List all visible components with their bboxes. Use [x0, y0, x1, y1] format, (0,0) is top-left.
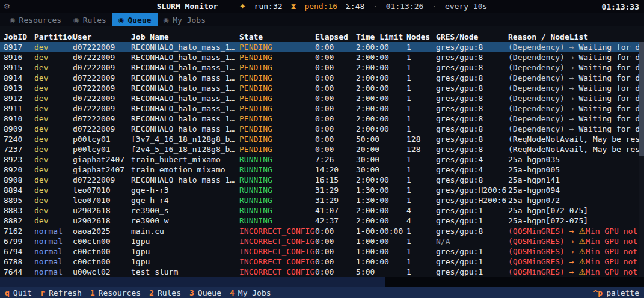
footer-key-resources[interactable]: 1 Resources: [90, 288, 141, 297]
header-reason[interactable]: Reason / NodeList: [508, 32, 639, 42]
table-row[interactable]: 8912devd07222009RECONHALO_halo_mass_1…PE…: [0, 93, 639, 103]
table-row[interactable]: 8917devd07222009RECONHALO_halo_mass_1…PE…: [0, 42, 639, 52]
table-row[interactable]: 7162normaloaoa2025main.cuINCORRECT_CONFI…: [0, 226, 639, 236]
cell-user: leo07010: [73, 185, 131, 195]
cell-jobid: 8913: [4, 83, 34, 93]
table-row[interactable]: 8910devd07222009RECONHALO_halo_mass_1…PE…: [0, 114, 639, 124]
header-elapsed[interactable]: Elapsed: [315, 32, 356, 42]
cell-elapsed: 0:00: [315, 144, 356, 154]
table-row[interactable]: 8911devd07222009RECONHALO_halo_mass_1…PE…: [0, 103, 639, 114]
cell-nodes: 1: [406, 73, 436, 83]
cell-gres: gres/gpu:8: [436, 103, 508, 114]
pending-count: pend:16: [304, 2, 337, 11]
cell-jobid: 8912: [4, 93, 34, 103]
header-partition[interactable]: Partition: [34, 32, 73, 42]
footer-key-rules[interactable]: 2 Rules: [149, 288, 181, 297]
warning-icon: ⚠: [578, 247, 586, 256]
table-row[interactable]: 7644normalu00wcl02test_slurmINCORRECT_CO…: [0, 267, 639, 277]
header-nodes[interactable]: Nodes: [406, 32, 436, 42]
tab-rules[interactable]: ◉ Rules: [67, 13, 112, 26]
reason-text: →: [565, 104, 578, 113]
header-user[interactable]: User: [73, 32, 131, 42]
cell-jobid: 6794: [4, 246, 34, 257]
tab-resources[interactable]: ◉ Resources: [4, 13, 67, 26]
table-row[interactable]: 8913devd07222009RECONHALO_halo_mass_1…PE…: [0, 83, 639, 93]
cell-nodes: 1: [406, 124, 436, 134]
reason-text: (Dependency): [508, 53, 565, 62]
cell-time-limit: 2:00:00: [356, 124, 406, 134]
cell-job-name: RECONHALO_halo_mass_1…: [131, 73, 239, 83]
footer-key-queue-key: 3: [189, 288, 194, 297]
cell-time-limit: 30:00: [356, 165, 406, 175]
tab-queue[interactable]: ◉ Queue: [112, 13, 158, 26]
cell-time-limit: 20:00: [356, 144, 406, 154]
table-row[interactable]: 6788normalc00ctn001gpuINCORRECT_CONFIG0:…: [0, 257, 639, 267]
cell-gres: gres/gpu:8: [436, 114, 508, 124]
vertical-scrollbar[interactable]: [639, 42, 644, 277]
table-row[interactable]: 6799normalc00ctn001gpuINCORRECT_CONFIG0:…: [0, 236, 639, 246]
header-gres[interactable]: GRES/Node: [436, 32, 508, 42]
reason-text: 25a-hgpn[072-075]: [508, 216, 588, 225]
pending-icon: ⧗: [290, 2, 296, 11]
cell-elapsed: 16:15: [315, 175, 356, 185]
cell-reason: (ReqNodeNotAvail, May be reser: [508, 134, 639, 144]
cell-job-name: gqe-h-r4: [131, 195, 239, 205]
header-job-name[interactable]: Job Name: [131, 32, 239, 42]
header-state[interactable]: State: [239, 32, 315, 42]
cell-gres: N/A: [436, 236, 508, 246]
table-row[interactable]: 8914devd07222009RECONHALO_halo_mass_1…PE…: [0, 73, 639, 83]
cell-user: d07222009: [73, 103, 131, 114]
tab-resources-icon: ◉: [10, 16, 16, 24]
footer-key-refresh[interactable]: r Refresh: [40, 288, 82, 297]
table-row[interactable]: 6794normalc00ctn001gpuINCORRECT_CONFIG0:…: [0, 246, 639, 257]
cell-elapsed: 0:00: [315, 42, 356, 52]
cell-time-limit: 2:00:00: [356, 114, 406, 124]
scrollbar-thumb[interactable]: [639, 42, 644, 156]
table-row[interactable]: 8915devd07222009RECONHALO_halo_mass_1…PE…: [0, 62, 639, 73]
app-title: SLURM Monitor: [157, 2, 218, 11]
table-row[interactable]: 8882devu2902618re3900_wRUNNING42:372:00:…: [0, 216, 639, 226]
cell-job-name: 1gpu: [131, 257, 239, 267]
cell-state: RUNNING: [239, 185, 315, 195]
table-row[interactable]: 8923devgiaphat2407train_hubert_mixamoRUN…: [0, 154, 639, 165]
cell-elapsed: 0:00: [315, 114, 356, 124]
cell-nodes: 1: [406, 103, 436, 114]
header-jobid[interactable]: JobID: [4, 32, 34, 42]
footer-command-palette[interactable]: ^p palette: [593, 288, 639, 297]
cell-elapsed: 0:00: [315, 73, 356, 83]
reason-text: 25a-hgpn094: [508, 186, 560, 195]
table-row[interactable]: 8883devu2902618re3900_sRUNNING41:072:00:…: [0, 205, 639, 216]
cell-elapsed: 0:00: [315, 52, 356, 62]
table-row[interactable]: 8916devd07222009RECONHALO_halo_mass_1…PE…: [0, 52, 639, 62]
table-row[interactable]: 8895devleo07010gqe-h-r4RUNNING31:291:30:…: [0, 195, 639, 205]
cell-partition: dev: [34, 205, 73, 216]
footer-key-quit[interactable]: q Quit: [5, 288, 32, 297]
cell-gres: gres/gpu:1: [436, 246, 508, 257]
footer-key-my-jobs[interactable]: 4 My Jobs: [230, 288, 271, 297]
cell-state: RUNNING: [239, 195, 315, 205]
cell-state: PENDING: [239, 103, 315, 114]
cell-partition: dev: [34, 216, 73, 226]
tab-queue-label: Queue: [127, 16, 151, 25]
table-row[interactable]: 8908devd07222009RECONHALO_halo_mass_1…RU…: [0, 175, 639, 185]
tab-my-jobs[interactable]: ◉ My Jobs: [158, 13, 212, 26]
cell-elapsed: 31:29: [315, 195, 356, 205]
cell-nodes: 1: [406, 185, 436, 195]
cell-elapsed: 42:37: [315, 216, 356, 226]
table-row[interactable]: 8920devgiaphat2407train_emotion_mixamoRU…: [0, 165, 639, 175]
footer-key-queue[interactable]: 3 Queue: [189, 288, 221, 297]
cell-gres: gres/gpu:8: [436, 73, 508, 83]
reason-text: Waiting for d: [578, 43, 639, 52]
header-time-limit[interactable]: Time Limit: [356, 32, 406, 42]
cell-jobid: 7240: [4, 134, 34, 144]
table-row[interactable]: 7237devp00lcy01f2v4_5_16_18_n128g8_b…PEN…: [0, 144, 639, 154]
cell-job-name: RECONHALO_halo_mass_1…: [131, 114, 239, 124]
cell-partition: dev: [34, 195, 73, 205]
pre-footer-strip-right: [385, 277, 644, 287]
cell-time-limit: 1:30:00: [356, 185, 406, 195]
table-row[interactable]: 7240devp00lcy01f3v7_4_16_18_n128g8_b…PEN…: [0, 134, 639, 144]
cell-user: u2902618: [73, 216, 131, 226]
table-row[interactable]: 8909devd07222009RECONHALO_halo_mass_1…PE…: [0, 124, 639, 134]
cell-reason: (QOSMinGRES) → ⚠Min GPU not: [508, 246, 639, 257]
table-row[interactable]: 8894devleo07010gqe-h-r3RUNNING31:291:30:…: [0, 185, 639, 195]
